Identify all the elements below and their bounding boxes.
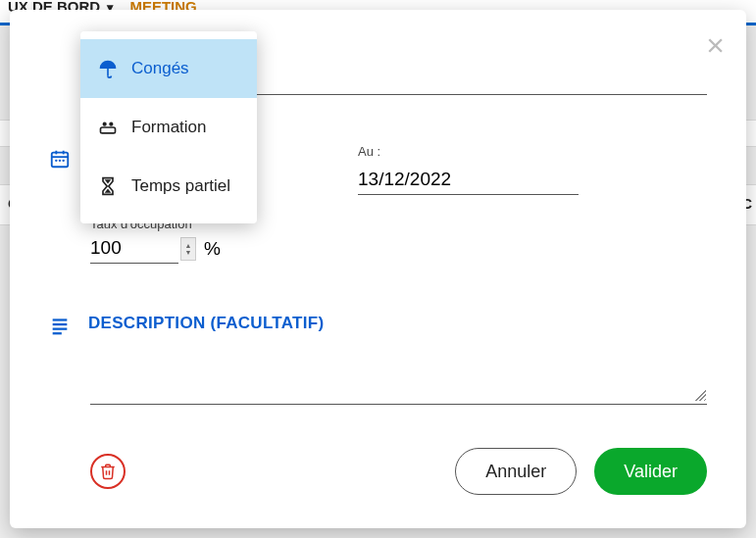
calendar-icon: [49, 148, 71, 170]
description-label: DESCRIPTION (FACULTATIF): [88, 314, 324, 333]
svg-point-12: [103, 122, 107, 126]
umbrella-icon: [98, 59, 118, 78]
delete-button[interactable]: [90, 454, 126, 489]
date-to-input[interactable]: [358, 165, 579, 195]
dropdown-item-label: Congés: [131, 59, 189, 78]
description-textarea[interactable]: [90, 352, 707, 405]
dropdown-item-label: Temps partiel: [131, 176, 230, 196]
svg-point-6: [62, 160, 64, 162]
cancel-button[interactable]: Annuler: [455, 448, 577, 495]
percent-unit: %: [204, 238, 221, 260]
date-to-label: Au :: [358, 144, 579, 159]
validate-button[interactable]: Valider: [594, 448, 707, 495]
type-dropdown: Congés Formation Temps partiel: [80, 31, 257, 223]
svg-rect-14: [101, 127, 116, 133]
dropdown-item-label: Formation: [131, 118, 207, 137]
dropdown-item-conges[interactable]: Congés: [80, 39, 257, 98]
number-stepper[interactable]: ▲▼: [180, 237, 196, 261]
svg-point-5: [59, 160, 61, 162]
dropdown-item-temps-partiel[interactable]: Temps partiel: [80, 157, 257, 216]
people-icon: [98, 118, 118, 137]
occupation-rate-input[interactable]: [90, 233, 178, 264]
svg-point-4: [55, 160, 57, 162]
dropdown-item-formation[interactable]: Formation: [80, 98, 257, 157]
svg-point-13: [109, 122, 113, 126]
description-icon: [49, 315, 71, 336]
resize-handle-icon[interactable]: [693, 388, 707, 402]
close-icon[interactable]: ×: [706, 29, 725, 61]
hourglass-icon: [98, 176, 118, 196]
